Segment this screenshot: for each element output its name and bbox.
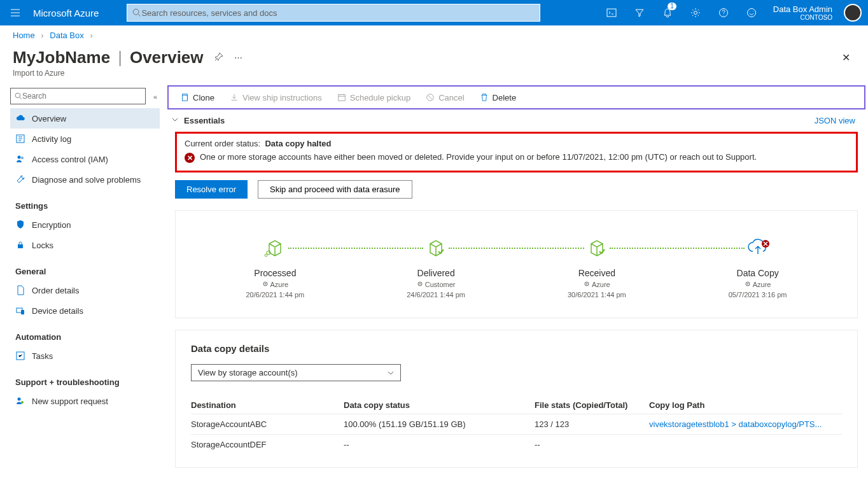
collapse-sidebar-button[interactable]: « bbox=[151, 93, 160, 101]
sidebar-item-locks[interactable]: Locks bbox=[10, 235, 160, 255]
svg-point-24 bbox=[586, 283, 587, 285]
timeline-step-received: Received Azure 30/6/2021 1:44 pm bbox=[517, 234, 678, 299]
global-search-input[interactable] bbox=[141, 8, 535, 18]
search-icon bbox=[132, 8, 141, 17]
breadcrumb-databox[interactable]: Data Box bbox=[50, 31, 83, 40]
sidebar-search-input[interactable] bbox=[22, 92, 141, 101]
download-icon bbox=[230, 93, 239, 102]
content-area: Clone View ship instructions Schedule pi… bbox=[162, 85, 868, 478]
device-icon bbox=[15, 306, 25, 316]
global-search[interactable] bbox=[127, 4, 540, 22]
feedback-button[interactable] bbox=[738, 0, 766, 25]
copy-log-link[interactable]: vivekstoragetestblob1 > databoxcopylog/P… bbox=[649, 419, 842, 429]
svg-point-8 bbox=[21, 157, 24, 159]
svg-rect-1 bbox=[607, 9, 616, 17]
help-button[interactable] bbox=[710, 0, 738, 25]
copy-details-table: Destination Data copy status File stats … bbox=[191, 397, 842, 454]
svg-point-2 bbox=[694, 11, 697, 15]
avatar[interactable] bbox=[844, 4, 862, 22]
status-message: One or more storage accounts have either… bbox=[200, 152, 757, 162]
shield-icon bbox=[15, 220, 25, 230]
gear-icon bbox=[690, 8, 701, 18]
essentials-label: Essentials bbox=[184, 116, 815, 125]
sidebar-item-support-request[interactable]: New support request bbox=[10, 391, 160, 411]
cloud-shell-icon bbox=[606, 8, 617, 18]
chevron-right-icon: › bbox=[86, 31, 96, 40]
action-buttons: Resolve error Skip and proceed with data… bbox=[162, 180, 868, 210]
trash-icon bbox=[480, 93, 489, 102]
command-bar: Clone View ship instructions Schedule pi… bbox=[167, 85, 865, 109]
svg-point-20 bbox=[265, 283, 266, 285]
people-icon bbox=[15, 154, 25, 164]
sidebar-item-order-details[interactable]: Order details bbox=[10, 280, 160, 300]
document-icon bbox=[15, 285, 25, 295]
cancel-button: Cancel bbox=[419, 90, 470, 105]
box-delivered-icon bbox=[422, 234, 450, 262]
more-button[interactable]: ⋯ bbox=[234, 53, 242, 62]
breadcrumb-home[interactable]: Home bbox=[13, 31, 35, 40]
svg-point-13 bbox=[18, 398, 21, 401]
status-value: Data copy halted bbox=[265, 139, 331, 148]
hamburger-icon bbox=[10, 8, 20, 18]
chevron-down-icon bbox=[171, 116, 179, 123]
resolve-error-button[interactable]: Resolve error bbox=[175, 180, 248, 199]
view-by-select[interactable]: View by storage account(s) bbox=[191, 364, 401, 381]
location-icon bbox=[417, 281, 423, 288]
cloud-shell-button[interactable] bbox=[598, 0, 626, 25]
calendar-icon bbox=[337, 93, 346, 102]
svg-point-7 bbox=[18, 156, 21, 159]
data-copy-details: Data copy details View by storage accoun… bbox=[175, 330, 858, 468]
view-ship-button: View ship instructions bbox=[223, 90, 328, 105]
breadcrumb: Home › Data Box › bbox=[0, 25, 868, 45]
sidebar-search[interactable] bbox=[10, 88, 146, 104]
hamburger-menu-button[interactable] bbox=[0, 0, 31, 25]
essentials-header: Essentials JSON view bbox=[162, 109, 868, 129]
sidebar-section-general: General bbox=[10, 255, 160, 280]
brand-label: Microsoft Azure bbox=[31, 8, 109, 18]
page-title-row: MyJobName | Overview ⋯ ✕ bbox=[0, 45, 868, 69]
essentials-toggle[interactable] bbox=[171, 116, 184, 125]
svg-point-0 bbox=[134, 9, 139, 15]
timeline-step-datacopy: Data Copy Azure 05/7/2021 3:16 pm bbox=[677, 234, 838, 299]
table-row: StorageAccountDEF -- -- bbox=[191, 434, 842, 454]
table-row: StorageAccountABC 100.00% (151.19 GB/151… bbox=[191, 414, 842, 434]
sidebar-item-access-control[interactable]: Access control (IAM) bbox=[10, 149, 160, 169]
sidebar-item-device-details[interactable]: Device details bbox=[10, 300, 160, 321]
error-icon: ✕ bbox=[185, 153, 195, 163]
svg-point-5 bbox=[15, 93, 20, 98]
cloud-upload-error-icon bbox=[744, 234, 772, 262]
timeline-card: Processed Azure 20/6/2021 1:44 pm Delive… bbox=[175, 210, 858, 318]
timeline-step-processed: Processed Azure 20/6/2021 1:44 pm bbox=[195, 234, 356, 299]
search-icon bbox=[15, 92, 22, 100]
details-header: Data copy details bbox=[191, 343, 842, 354]
skip-erasure-button[interactable]: Skip and proceed with data erasure bbox=[258, 180, 412, 199]
json-view-link[interactable]: JSON view bbox=[815, 116, 855, 125]
directory-filter-button[interactable] bbox=[626, 0, 654, 25]
delete-button[interactable]: Delete bbox=[473, 90, 523, 105]
tasks-icon bbox=[15, 351, 25, 361]
location-icon bbox=[745, 281, 751, 288]
sidebar-item-tasks[interactable]: Tasks bbox=[10, 346, 160, 366]
wrench-icon bbox=[15, 174, 25, 185]
sidebar-item-encryption[interactable]: Encryption bbox=[10, 214, 160, 235]
page-title: MyJobName bbox=[13, 48, 110, 67]
box-received-icon bbox=[583, 234, 611, 262]
user-name: Data Box Admin bbox=[773, 4, 832, 14]
sidebar-section-automation: Automation bbox=[10, 321, 160, 346]
chevron-right-icon: › bbox=[37, 31, 47, 40]
location-icon bbox=[584, 281, 590, 288]
sidebar-item-overview[interactable]: Overview bbox=[10, 108, 160, 129]
svg-rect-15 bbox=[338, 95, 345, 101]
sidebar-item-activity-log[interactable]: Activity log bbox=[10, 129, 160, 149]
sidebar-item-diagnose[interactable]: Diagnose and solve problems bbox=[10, 169, 160, 190]
notifications-button[interactable]: 1 bbox=[654, 0, 682, 25]
clone-button[interactable]: Clone bbox=[174, 90, 221, 105]
settings-button[interactable] bbox=[682, 0, 710, 25]
log-icon bbox=[15, 134, 25, 144]
user-account[interactable]: Data Box Admin CONTOSO bbox=[766, 4, 837, 21]
close-button[interactable]: ✕ bbox=[837, 46, 855, 69]
pin-button[interactable] bbox=[214, 52, 224, 64]
sidebar-section-support: Support + troubleshooting bbox=[10, 366, 160, 391]
status-alert: Current order status: Data copy halted ✕… bbox=[175, 132, 858, 172]
sidebar-section-settings: Settings bbox=[10, 190, 160, 214]
